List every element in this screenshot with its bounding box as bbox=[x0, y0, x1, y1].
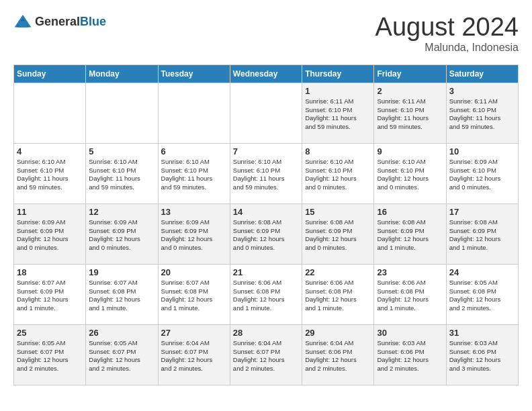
day-number: 17 bbox=[449, 207, 515, 217]
day-info: Sunrise: 6:03 AM Sunset: 6:06 PM Dayligh… bbox=[449, 339, 515, 373]
day-number: 30 bbox=[377, 328, 443, 338]
calendar-cell-3-5: 15Sunrise: 6:08 AM Sunset: 6:09 PM Dayli… bbox=[302, 203, 374, 264]
calendar-week-4: 18Sunrise: 6:07 AM Sunset: 6:09 PM Dayli… bbox=[14, 264, 519, 324]
day-number: 21 bbox=[233, 267, 299, 277]
calendar-cell-5-6: 30Sunrise: 6:03 AM Sunset: 6:06 PM Dayli… bbox=[374, 324, 446, 385]
calendar-cell-4-1: 18Sunrise: 6:07 AM Sunset: 6:09 PM Dayli… bbox=[14, 264, 86, 324]
header-monday: Monday bbox=[86, 64, 158, 83]
calendar-cell-2-3: 6Sunrise: 6:10 AM Sunset: 6:10 PM Daylig… bbox=[158, 143, 230, 203]
calendar-cell-1-4 bbox=[230, 83, 302, 143]
calendar-cell-2-2: 5Sunrise: 6:10 AM Sunset: 6:10 PM Daylig… bbox=[86, 143, 158, 203]
logo-blue: Blue bbox=[80, 15, 106, 28]
day-info: Sunrise: 6:10 AM Sunset: 6:10 PM Dayligh… bbox=[233, 158, 299, 192]
calendar-cell-1-5: 1Sunrise: 6:11 AM Sunset: 6:10 PM Daylig… bbox=[302, 83, 374, 143]
day-info: Sunrise: 6:07 AM Sunset: 6:08 PM Dayligh… bbox=[161, 279, 227, 313]
day-info: Sunrise: 6:10 AM Sunset: 6:10 PM Dayligh… bbox=[161, 158, 227, 192]
logo-general: General bbox=[35, 15, 80, 28]
day-number: 24 bbox=[449, 267, 515, 277]
calendar-table: Sunday Monday Tuesday Wednesday Thursday… bbox=[13, 64, 519, 385]
calendar-cell-2-7: 10Sunrise: 6:09 AM Sunset: 6:10 PM Dayli… bbox=[446, 143, 518, 203]
logo: GeneralBlue bbox=[13, 13, 106, 30]
day-info: Sunrise: 6:06 AM Sunset: 6:08 PM Dayligh… bbox=[305, 279, 371, 313]
calendar-cell-3-2: 12Sunrise: 6:09 AM Sunset: 6:09 PM Dayli… bbox=[86, 203, 158, 264]
header-saturday: Saturday bbox=[446, 64, 518, 83]
header-tuesday: Tuesday bbox=[158, 64, 230, 83]
day-number: 9 bbox=[377, 146, 443, 156]
day-number: 18 bbox=[17, 267, 83, 277]
day-info: Sunrise: 6:05 AM Sunset: 6:07 PM Dayligh… bbox=[17, 339, 83, 373]
day-info: Sunrise: 6:08 AM Sunset: 6:09 PM Dayligh… bbox=[377, 218, 443, 253]
day-number: 19 bbox=[89, 267, 154, 277]
calendar-week-5: 25Sunrise: 6:05 AM Sunset: 6:07 PM Dayli… bbox=[14, 324, 519, 385]
day-info: Sunrise: 6:08 AM Sunset: 6:09 PM Dayligh… bbox=[449, 218, 515, 253]
day-number: 31 bbox=[449, 328, 515, 338]
calendar-cell-3-3: 13Sunrise: 6:09 AM Sunset: 6:09 PM Dayli… bbox=[158, 203, 230, 264]
calendar-cell-3-1: 11Sunrise: 6:09 AM Sunset: 6:09 PM Dayli… bbox=[14, 203, 86, 264]
calendar-cell-5-1: 25Sunrise: 6:05 AM Sunset: 6:07 PM Dayli… bbox=[14, 324, 86, 385]
svg-rect-2 bbox=[19, 21, 27, 27]
header-friday: Friday bbox=[374, 64, 446, 83]
day-info: Sunrise: 6:10 AM Sunset: 6:10 PM Dayligh… bbox=[377, 158, 443, 192]
day-info: Sunrise: 6:07 AM Sunset: 6:09 PM Dayligh… bbox=[17, 279, 83, 313]
day-number: 13 bbox=[161, 207, 227, 217]
calendar-cell-3-4: 14Sunrise: 6:08 AM Sunset: 6:09 PM Dayli… bbox=[230, 203, 302, 264]
day-info: Sunrise: 6:08 AM Sunset: 6:09 PM Dayligh… bbox=[305, 218, 371, 253]
day-number: 20 bbox=[161, 267, 227, 277]
day-info: Sunrise: 6:11 AM Sunset: 6:10 PM Dayligh… bbox=[449, 97, 515, 132]
calendar-cell-1-2 bbox=[86, 83, 158, 143]
calendar-cell-1-3 bbox=[158, 83, 230, 143]
day-info: Sunrise: 6:08 AM Sunset: 6:09 PM Dayligh… bbox=[233, 218, 299, 253]
calendar-cell-4-2: 19Sunrise: 6:07 AM Sunset: 6:08 PM Dayli… bbox=[86, 264, 158, 324]
page-header: GeneralBlue August 2024 Malunda, Indones… bbox=[13, 13, 519, 54]
day-number: 5 bbox=[89, 146, 154, 156]
calendar-body: 1Sunrise: 6:11 AM Sunset: 6:10 PM Daylig… bbox=[14, 83, 519, 385]
calendar-cell-3-6: 16Sunrise: 6:08 AM Sunset: 6:09 PM Dayli… bbox=[374, 203, 446, 264]
day-info: Sunrise: 6:09 AM Sunset: 6:09 PM Dayligh… bbox=[161, 218, 227, 253]
day-info: Sunrise: 6:05 AM Sunset: 6:07 PM Dayligh… bbox=[89, 339, 154, 373]
day-number: 1 bbox=[305, 86, 371, 96]
day-number: 28 bbox=[233, 328, 299, 338]
header-thursday: Thursday bbox=[302, 64, 374, 83]
header-sunday: Sunday bbox=[14, 64, 86, 83]
calendar-cell-1-7: 3Sunrise: 6:11 AM Sunset: 6:10 PM Daylig… bbox=[446, 83, 518, 143]
day-number: 2 bbox=[377, 86, 443, 96]
day-info: Sunrise: 6:03 AM Sunset: 6:06 PM Dayligh… bbox=[377, 339, 443, 373]
day-info: Sunrise: 6:04 AM Sunset: 6:07 PM Dayligh… bbox=[161, 339, 227, 373]
day-number: 7 bbox=[233, 146, 299, 156]
day-number: 25 bbox=[17, 328, 83, 338]
day-number: 16 bbox=[377, 207, 443, 217]
day-info: Sunrise: 6:09 AM Sunset: 6:09 PM Dayligh… bbox=[17, 218, 83, 253]
calendar-cell-4-3: 20Sunrise: 6:07 AM Sunset: 6:08 PM Dayli… bbox=[158, 264, 230, 324]
day-number: 23 bbox=[377, 267, 443, 277]
day-number: 27 bbox=[161, 328, 227, 338]
day-number: 8 bbox=[305, 146, 371, 156]
calendar-cell-5-7: 31Sunrise: 6:03 AM Sunset: 6:06 PM Dayli… bbox=[446, 324, 518, 385]
day-info: Sunrise: 6:11 AM Sunset: 6:10 PM Dayligh… bbox=[377, 97, 443, 132]
logo-icon bbox=[13, 13, 32, 30]
day-number: 4 bbox=[17, 146, 83, 156]
day-info: Sunrise: 6:10 AM Sunset: 6:10 PM Dayligh… bbox=[17, 158, 83, 192]
calendar-cell-3-7: 17Sunrise: 6:08 AM Sunset: 6:09 PM Dayli… bbox=[446, 203, 518, 264]
calendar-cell-2-5: 8Sunrise: 6:10 AM Sunset: 6:10 PM Daylig… bbox=[302, 143, 374, 203]
day-number: 12 bbox=[89, 207, 154, 217]
day-number: 15 bbox=[305, 207, 371, 217]
calendar-cell-5-2: 26Sunrise: 6:05 AM Sunset: 6:07 PM Dayli… bbox=[86, 324, 158, 385]
calendar-cell-2-4: 7Sunrise: 6:10 AM Sunset: 6:10 PM Daylig… bbox=[230, 143, 302, 203]
day-info: Sunrise: 6:06 AM Sunset: 6:08 PM Dayligh… bbox=[377, 279, 443, 313]
day-number: 6 bbox=[161, 146, 227, 156]
day-info: Sunrise: 6:05 AM Sunset: 6:08 PM Dayligh… bbox=[449, 279, 515, 313]
calendar-week-2: 4Sunrise: 6:10 AM Sunset: 6:10 PM Daylig… bbox=[14, 143, 519, 203]
day-info: Sunrise: 6:09 AM Sunset: 6:10 PM Dayligh… bbox=[449, 158, 515, 192]
calendar-week-1: 1Sunrise: 6:11 AM Sunset: 6:10 PM Daylig… bbox=[14, 83, 519, 143]
calendar-subtitle: Malunda, Indonesia bbox=[375, 42, 519, 54]
calendar-cell-4-4: 21Sunrise: 6:06 AM Sunset: 6:08 PM Dayli… bbox=[230, 264, 302, 324]
header-wednesday: Wednesday bbox=[230, 64, 302, 83]
calendar-cell-5-3: 27Sunrise: 6:04 AM Sunset: 6:07 PM Dayli… bbox=[158, 324, 230, 385]
calendar-cell-1-1 bbox=[14, 83, 86, 143]
calendar-header: Sunday Monday Tuesday Wednesday Thursday… bbox=[14, 64, 519, 83]
day-number: 22 bbox=[305, 267, 371, 277]
day-info: Sunrise: 6:09 AM Sunset: 6:09 PM Dayligh… bbox=[89, 218, 154, 253]
day-info: Sunrise: 6:10 AM Sunset: 6:10 PM Dayligh… bbox=[305, 158, 371, 192]
calendar-cell-5-5: 29Sunrise: 6:04 AM Sunset: 6:06 PM Dayli… bbox=[302, 324, 374, 385]
calendar-cell-2-6: 9Sunrise: 6:10 AM Sunset: 6:10 PM Daylig… bbox=[374, 143, 446, 203]
